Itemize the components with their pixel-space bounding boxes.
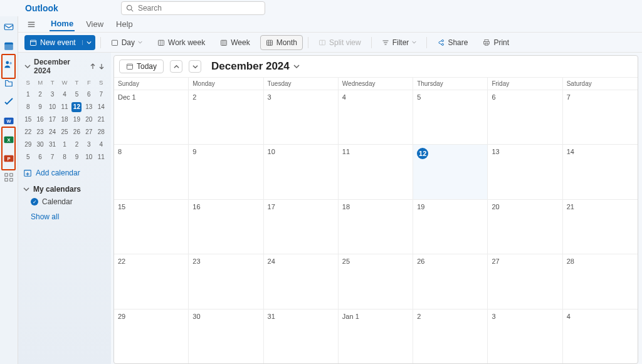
day-cell[interactable]: Jan 1	[339, 309, 413, 363]
mini-next-month[interactable]	[97, 62, 106, 71]
mail-icon[interactable]	[3, 21, 14, 33]
mini-day-cell[interactable]: 23	[35, 127, 45, 137]
day-cell[interactable]: 4	[339, 90, 413, 144]
day-cell[interactable]: 30	[189, 309, 263, 363]
mini-day-cell[interactable]: 14	[96, 102, 106, 112]
mini-day-cell[interactable]: 12	[71, 102, 82, 112]
mini-day-cell[interactable]: 17	[48, 115, 58, 125]
day-cell[interactable]: 7	[563, 90, 638, 144]
day-cell[interactable]: 17	[264, 199, 339, 254]
share-button[interactable]: Share	[432, 35, 473, 50]
mini-day-cell[interactable]: 16	[35, 115, 45, 125]
day-cell[interactable]: Dec 1	[114, 90, 189, 144]
view-day-button[interactable]: Day	[106, 35, 147, 50]
tab-view[interactable]: View	[85, 18, 105, 31]
day-cell[interactable]: 22	[114, 254, 189, 308]
mini-day-cell[interactable]: 7	[48, 152, 58, 162]
mini-day-cell[interactable]: 8	[23, 102, 33, 112]
day-cell[interactable]: 3	[488, 309, 562, 363]
mini-day-cell[interactable]: 20	[84, 115, 94, 125]
day-cell[interactable]: 9	[189, 144, 263, 199]
more-apps-icon[interactable]	[3, 172, 14, 183]
search-input[interactable]	[121, 1, 265, 15]
mini-day-cell[interactable]: 28	[96, 127, 106, 137]
mini-day-cell[interactable]: 2	[71, 140, 82, 150]
next-month-button[interactable]	[189, 60, 201, 73]
mini-day-cell[interactable]: 11	[96, 152, 106, 162]
mini-day-cell[interactable]: 8	[60, 152, 70, 162]
day-cell[interactable]: 27	[488, 254, 562, 308]
mini-day-cell[interactable]: 2	[35, 90, 45, 100]
tab-home[interactable]: Home	[50, 17, 75, 31]
mini-day-cell[interactable]: 24	[48, 127, 58, 137]
filter-button[interactable]: Filter	[377, 35, 422, 50]
mini-day-cell[interactable]: 31	[48, 140, 58, 150]
day-cell[interactable]: 8	[114, 144, 189, 199]
todo-icon[interactable]	[3, 96, 14, 108]
files-icon[interactable]	[3, 78, 14, 89]
mini-day-cell[interactable]: 6	[35, 152, 45, 162]
mini-day-cell[interactable]: 7	[96, 90, 106, 100]
day-cell[interactable]: 15	[114, 199, 189, 254]
mini-day-cell[interactable]: 22	[23, 127, 33, 137]
mini-day-cell[interactable]: 26	[71, 127, 82, 137]
day-cell[interactable]: 4	[563, 309, 638, 363]
day-cell[interactable]: 18	[339, 199, 413, 254]
prev-month-button[interactable]	[170, 60, 182, 73]
mini-day-cell[interactable]: 9	[71, 152, 82, 162]
mini-day-cell[interactable]: 29	[23, 140, 33, 150]
day-cell[interactable]: 13	[488, 144, 562, 199]
day-cell[interactable]: 3	[264, 90, 339, 144]
mini-day-cell[interactable]: 1	[23, 90, 33, 100]
mini-day-cell[interactable]: 3	[48, 90, 58, 100]
view-workweek-button[interactable]: Work week	[152, 35, 210, 50]
mini-day-cell[interactable]: 30	[35, 140, 45, 150]
day-cell[interactable]: 14	[563, 144, 638, 199]
mini-day-cell[interactable]: 11	[60, 102, 70, 112]
day-cell[interactable]: 11	[339, 144, 413, 199]
mini-day-cell[interactable]: 19	[71, 115, 82, 125]
tab-help[interactable]: Help	[115, 18, 134, 31]
mini-day-cell[interactable]: 13	[84, 102, 94, 112]
day-cell[interactable]: 28	[563, 254, 638, 308]
calendar-item[interactable]: ✓ Calendar	[31, 197, 106, 206]
day-cell[interactable]: 24	[264, 254, 339, 308]
mini-day-cell[interactable]: 4	[60, 90, 70, 100]
month-title-button[interactable]: December 2024	[211, 60, 300, 73]
day-cell[interactable]: 29	[114, 309, 189, 363]
mini-day-cell[interactable]: 9	[35, 102, 45, 112]
hamburger-icon[interactable]	[27, 20, 36, 29]
mini-day-cell[interactable]: 4	[96, 140, 106, 150]
mini-day-cell[interactable]: 25	[60, 127, 70, 137]
day-cell[interactable]: 23	[189, 254, 263, 308]
print-button[interactable]: Print	[478, 35, 514, 50]
today-button[interactable]: Today	[119, 60, 164, 73]
mini-day-cell[interactable]: 10	[48, 102, 58, 112]
day-cell[interactable]: 2	[413, 309, 488, 363]
day-cell[interactable]: 19	[413, 199, 488, 254]
mini-day-cell[interactable]: 15	[23, 115, 33, 125]
new-event-button[interactable]: New event	[24, 35, 95, 50]
day-cell[interactable]: 5	[413, 90, 488, 144]
day-cell[interactable]: 25	[339, 254, 413, 308]
show-all-link[interactable]: Show all	[31, 212, 106, 221]
day-cell[interactable]: 10	[264, 144, 339, 199]
day-cell[interactable]: 16	[189, 199, 263, 254]
mini-day-cell[interactable]: 10	[84, 152, 94, 162]
brand-outlook[interactable]: Outlook	[25, 3, 121, 13]
add-calendar-button[interactable]: Add calendar	[23, 169, 106, 177]
mini-day-cell[interactable]: 21	[96, 115, 106, 125]
day-cell[interactable]: 20	[488, 199, 562, 254]
day-cell[interactable]: 21	[563, 199, 638, 254]
mini-day-cell[interactable]: 6	[84, 90, 94, 100]
mini-day-cell[interactable]: 18	[60, 115, 70, 125]
day-cell[interactable]: 2	[189, 90, 263, 144]
mini-prev-month[interactable]	[88, 62, 97, 71]
day-cell[interactable]: 26	[413, 254, 488, 308]
mini-day-cell[interactable]: 5	[71, 90, 82, 100]
new-event-dropdown[interactable]	[82, 40, 95, 45]
view-week-button[interactable]: Week	[215, 35, 255, 50]
day-cell[interactable]: 12	[413, 144, 488, 199]
day-cell[interactable]: 6	[488, 90, 562, 144]
mini-month-title[interactable]: December 2024	[32, 58, 88, 75]
